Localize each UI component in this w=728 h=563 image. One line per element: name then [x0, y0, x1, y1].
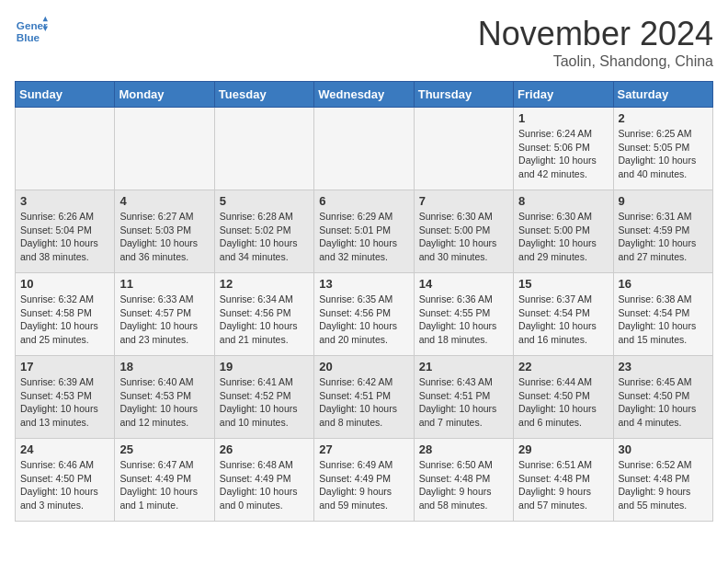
day-cell: 18Sunrise: 6:40 AM Sunset: 4:53 PM Dayli… [115, 356, 214, 439]
day-number: 7 [419, 194, 508, 208]
title-block: November 2024 Taolin, Shandong, China [478, 15, 713, 70]
calendar-header-row: SundayMondayTuesdayWednesdayThursdayFrid… [16, 82, 713, 108]
day-number: 23 [619, 360, 708, 373]
day-number: 21 [419, 360, 508, 373]
day-cell: 9Sunrise: 6:31 AM Sunset: 4:59 PM Daylig… [613, 190, 712, 273]
day-number: 27 [319, 442, 408, 456]
day-cell: 24Sunrise: 6:46 AM Sunset: 4:50 PM Dayli… [16, 439, 115, 522]
day-number: 4 [119, 194, 209, 208]
day-info: Sunrise: 6:49 AM Sunset: 4:49 PM Dayligh… [319, 458, 408, 512]
day-number: 29 [518, 442, 608, 456]
page-header: General Blue General Blue November 2024 … [15, 15, 713, 70]
day-number: 20 [319, 360, 408, 373]
day-cell: 29Sunrise: 6:51 AM Sunset: 4:48 PM Dayli… [514, 439, 613, 522]
day-cell: 23Sunrise: 6:45 AM Sunset: 4:50 PM Dayli… [613, 356, 712, 439]
day-info: Sunrise: 6:52 AM Sunset: 4:48 PM Dayligh… [619, 458, 708, 512]
day-info: Sunrise: 6:41 AM Sunset: 4:52 PM Dayligh… [220, 375, 309, 430]
day-cell [115, 108, 214, 190]
day-cell: 12Sunrise: 6:34 AM Sunset: 4:56 PM Dayli… [214, 273, 313, 356]
header-friday: Friday [514, 82, 613, 108]
day-cell: 30Sunrise: 6:52 AM Sunset: 4:48 PM Dayli… [613, 439, 712, 522]
day-number: 17 [20, 360, 109, 373]
day-info: Sunrise: 6:40 AM Sunset: 4:53 PM Dayligh… [119, 375, 209, 430]
day-number: 14 [419, 277, 508, 291]
day-info: Sunrise: 6:33 AM Sunset: 4:57 PM Dayligh… [119, 293, 209, 347]
day-cell: 10Sunrise: 6:32 AM Sunset: 4:58 PM Dayli… [16, 273, 115, 356]
day-cell: 14Sunrise: 6:36 AM Sunset: 4:55 PM Dayli… [414, 273, 513, 356]
day-cell: 11Sunrise: 6:33 AM Sunset: 4:57 PM Dayli… [115, 273, 214, 356]
day-info: Sunrise: 6:37 AM Sunset: 4:54 PM Dayligh… [518, 293, 608, 347]
day-number: 28 [419, 442, 508, 456]
day-cell: 7Sunrise: 6:30 AM Sunset: 5:00 PM Daylig… [414, 190, 513, 273]
day-number: 12 [220, 277, 309, 291]
logo: General Blue General Blue [15, 15, 48, 48]
day-info: Sunrise: 6:39 AM Sunset: 4:53 PM Dayligh… [20, 375, 109, 430]
day-cell: 19Sunrise: 6:41 AM Sunset: 4:52 PM Dayli… [214, 356, 313, 439]
day-cell: 28Sunrise: 6:50 AM Sunset: 4:48 PM Dayli… [414, 439, 513, 522]
day-number: 10 [20, 277, 109, 291]
day-cell: 16Sunrise: 6:38 AM Sunset: 4:54 PM Dayli… [613, 273, 712, 356]
day-cell [16, 108, 115, 190]
day-info: Sunrise: 6:30 AM Sunset: 5:00 PM Dayligh… [419, 210, 508, 264]
day-cell: 5Sunrise: 6:28 AM Sunset: 5:02 PM Daylig… [214, 190, 313, 273]
day-number: 26 [220, 442, 309, 456]
day-info: Sunrise: 6:43 AM Sunset: 4:51 PM Dayligh… [419, 375, 508, 430]
day-number: 1 [518, 111, 608, 125]
week-row-4: 17Sunrise: 6:39 AM Sunset: 4:53 PM Dayli… [16, 356, 713, 439]
day-cell [314, 108, 414, 190]
day-cell: 17Sunrise: 6:39 AM Sunset: 4:53 PM Dayli… [16, 356, 115, 439]
day-number: 8 [518, 194, 608, 208]
day-cell: 25Sunrise: 6:47 AM Sunset: 4:49 PM Dayli… [115, 439, 214, 522]
day-cell [214, 108, 313, 190]
location: Taolin, Shandong, China [478, 53, 713, 70]
day-info: Sunrise: 6:29 AM Sunset: 5:01 PM Dayligh… [319, 210, 408, 264]
day-cell: 13Sunrise: 6:35 AM Sunset: 4:56 PM Dayli… [314, 273, 414, 356]
day-number: 15 [518, 277, 608, 291]
day-cell: 8Sunrise: 6:30 AM Sunset: 5:00 PM Daylig… [514, 190, 613, 273]
day-info: Sunrise: 6:50 AM Sunset: 4:48 PM Dayligh… [419, 458, 508, 512]
day-cell: 1Sunrise: 6:24 AM Sunset: 5:06 PM Daylig… [514, 108, 613, 190]
day-number: 9 [619, 194, 708, 208]
header-thursday: Thursday [414, 82, 513, 108]
day-cell: 4Sunrise: 6:27 AM Sunset: 5:03 PM Daylig… [115, 190, 214, 273]
week-row-3: 10Sunrise: 6:32 AM Sunset: 4:58 PM Dayli… [16, 273, 713, 356]
day-info: Sunrise: 6:51 AM Sunset: 4:48 PM Dayligh… [518, 458, 608, 512]
day-info: Sunrise: 6:45 AM Sunset: 4:50 PM Dayligh… [619, 375, 708, 430]
week-row-2: 3Sunrise: 6:26 AM Sunset: 5:04 PM Daylig… [16, 190, 713, 273]
day-cell: 21Sunrise: 6:43 AM Sunset: 4:51 PM Dayli… [414, 356, 513, 439]
day-number: 16 [619, 277, 708, 291]
header-saturday: Saturday [613, 82, 712, 108]
day-number: 6 [319, 194, 408, 208]
header-wednesday: Wednesday [314, 82, 414, 108]
day-cell: 22Sunrise: 6:44 AM Sunset: 4:50 PM Dayli… [514, 356, 613, 439]
day-info: Sunrise: 6:36 AM Sunset: 4:55 PM Dayligh… [419, 293, 508, 347]
day-cell: 26Sunrise: 6:48 AM Sunset: 4:49 PM Dayli… [214, 439, 313, 522]
day-info: Sunrise: 6:44 AM Sunset: 4:50 PM Dayligh… [518, 375, 608, 430]
day-info: Sunrise: 6:30 AM Sunset: 5:00 PM Dayligh… [518, 210, 608, 264]
day-info: Sunrise: 6:47 AM Sunset: 4:49 PM Dayligh… [119, 458, 209, 512]
day-info: Sunrise: 6:25 AM Sunset: 5:05 PM Dayligh… [619, 127, 708, 181]
day-cell: 2Sunrise: 6:25 AM Sunset: 5:05 PM Daylig… [613, 108, 712, 190]
day-info: Sunrise: 6:35 AM Sunset: 4:56 PM Dayligh… [319, 293, 408, 347]
day-cell: 20Sunrise: 6:42 AM Sunset: 4:51 PM Dayli… [314, 356, 414, 439]
day-number: 22 [518, 360, 608, 373]
header-tuesday: Tuesday [214, 82, 313, 108]
day-number: 11 [119, 277, 209, 291]
day-number: 24 [20, 442, 109, 456]
day-info: Sunrise: 6:32 AM Sunset: 4:58 PM Dayligh… [20, 293, 109, 347]
day-cell: 27Sunrise: 6:49 AM Sunset: 4:49 PM Dayli… [314, 439, 414, 522]
day-info: Sunrise: 6:24 AM Sunset: 5:06 PM Dayligh… [518, 127, 608, 181]
day-cell: 6Sunrise: 6:29 AM Sunset: 5:01 PM Daylig… [314, 190, 414, 273]
day-number: 19 [220, 360, 309, 373]
day-number: 5 [220, 194, 309, 208]
day-number: 30 [619, 442, 708, 456]
day-info: Sunrise: 6:38 AM Sunset: 4:54 PM Dayligh… [619, 293, 708, 347]
day-info: Sunrise: 6:48 AM Sunset: 4:49 PM Dayligh… [220, 458, 309, 512]
day-number: 18 [119, 360, 209, 373]
week-row-1: 1Sunrise: 6:24 AM Sunset: 5:06 PM Daylig… [16, 108, 713, 190]
day-info: Sunrise: 6:46 AM Sunset: 4:50 PM Dayligh… [20, 458, 109, 512]
day-info: Sunrise: 6:27 AM Sunset: 5:03 PM Dayligh… [119, 210, 209, 264]
day-info: Sunrise: 6:42 AM Sunset: 4:51 PM Dayligh… [319, 375, 408, 430]
svg-text:Blue: Blue [17, 31, 40, 43]
day-number: 13 [319, 277, 408, 291]
